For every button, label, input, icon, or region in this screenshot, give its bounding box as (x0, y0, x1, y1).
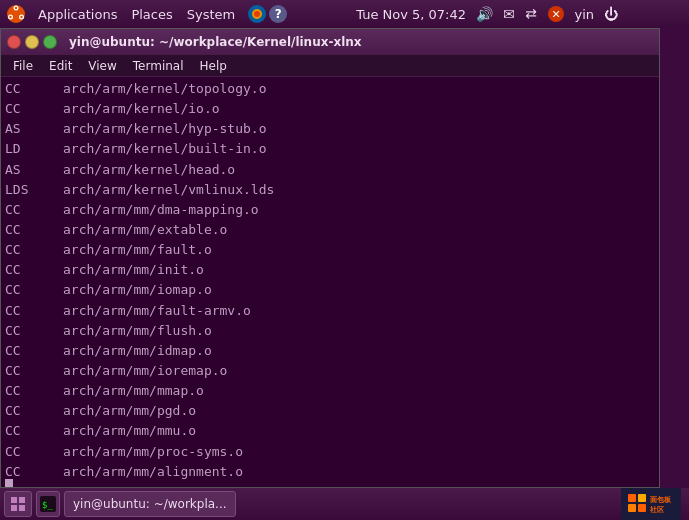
table-row: LDarch/arm/kernel/built-in.o (5, 139, 655, 159)
table-row: ASarch/arm/kernel/hyp-stub.o (5, 119, 655, 139)
term-cmd: CC (5, 341, 55, 361)
terminal-menu-view[interactable]: View (82, 58, 122, 74)
term-cmd: AS (5, 119, 55, 139)
term-cmd: CC (5, 260, 55, 280)
term-cmd: LDS (5, 180, 55, 200)
ubuntu-logo-icon[interactable] (6, 4, 26, 24)
term-cmd: CC (5, 280, 55, 300)
table-row: ASarch/arm/kernel/head.o (5, 160, 655, 180)
svg-point-5 (20, 16, 22, 18)
terminal-menu-terminal[interactable]: Terminal (127, 58, 190, 74)
table-row: CCarch/arm/kernel/topology.o (5, 79, 655, 99)
terminal-menubar: File Edit View Terminal Help (1, 55, 659, 77)
terminal-content[interactable]: CCarch/arm/kernel/topology.oCCarch/arm/k… (1, 77, 659, 487)
email-icon[interactable]: ✉ (503, 6, 515, 22)
window-maximize-button[interactable] (43, 35, 57, 49)
speaker-icon[interactable]: 🔊 (476, 6, 493, 22)
network-icon[interactable]: ⇅ (523, 8, 539, 20)
svg-rect-20 (628, 504, 636, 512)
status-icon[interactable]: ✕ (547, 5, 565, 23)
system-topbar: Applications Places System ? Tue Nov 5, … (0, 0, 689, 28)
table-row: CCarch/arm/mm/fault-armv.o (5, 301, 655, 321)
terminal-title: yin@ubuntu: ~/workplace/Kernel/linux-xln… (69, 35, 362, 49)
svg-point-9 (254, 11, 260, 17)
term-cmd: CC (5, 200, 55, 220)
table-row: CCarch/arm/mm/idmap.o (5, 341, 655, 361)
power-icon[interactable]: ⏻ (604, 6, 618, 22)
table-row: CCarch/arm/mm/dma-mapping.o (5, 200, 655, 220)
svg-rect-22 (638, 504, 646, 512)
term-path: arch/arm/kernel/built-in.o (63, 139, 267, 159)
top-bar-left: Applications Places System ? (6, 4, 287, 24)
term-path: arch/arm/kernel/head.o (63, 160, 235, 180)
table-row: CCarch/arm/mm/proc-syms.o (5, 442, 655, 462)
term-cmd: LD (5, 139, 55, 159)
taskbar-terminal-item[interactable]: yin@ubuntu: ~/workpla... (64, 491, 236, 517)
table-row: CCarch/arm/mm/mmap.o (5, 381, 655, 401)
terminal-titlebar: yin@ubuntu: ~/workplace/Kernel/linux-xln… (1, 29, 659, 55)
term-cmd: CC (5, 401, 55, 421)
term-cmd: CC (5, 301, 55, 321)
taskbar-apps-button[interactable] (4, 491, 32, 517)
table-row: CCarch/arm/kernel/io.o (5, 99, 655, 119)
table-row: CCarch/arm/mm/ioremap.o (5, 361, 655, 381)
svg-text:$_: $_ (42, 500, 53, 510)
term-path: arch/arm/mm/mmu.o (63, 421, 196, 441)
window-close-button[interactable] (7, 35, 21, 49)
terminal-menu-help[interactable]: Help (194, 58, 233, 74)
system-menu[interactable]: System (181, 5, 241, 24)
term-cmd: CC (5, 321, 55, 341)
firefox-icon[interactable] (247, 4, 267, 24)
term-cmd: CC (5, 220, 55, 240)
places-menu[interactable]: Places (125, 5, 178, 24)
term-cmd: CC (5, 361, 55, 381)
term-cmd: AS (5, 160, 55, 180)
table-row: LDSarch/arm/kernel/vmlinux.lds (5, 180, 655, 200)
top-bar-center: Tue Nov 5, 07:42 🔊 ✉ ⇅ ✕ yin ⏻ (291, 5, 683, 23)
table-row: CCarch/arm/mm/flush.o (5, 321, 655, 341)
table-row: CCarch/arm/mm/mmu.o (5, 421, 655, 441)
terminal-window: yin@ubuntu: ~/workplace/Kernel/linux-xln… (0, 28, 660, 488)
term-path: arch/arm/mm/dma-mapping.o (63, 200, 259, 220)
terminal-menu-edit[interactable]: Edit (43, 58, 78, 74)
term-path: arch/arm/mm/init.o (63, 260, 204, 280)
svg-rect-14 (11, 505, 17, 511)
term-cmd: CC (5, 79, 55, 99)
term-path: arch/arm/mm/proc-syms.o (63, 442, 243, 462)
taskbar-right: 面包板 社区 (621, 488, 685, 520)
table-row: CCarch/arm/mm/extable.o (5, 220, 655, 240)
term-path: arch/arm/mm/extable.o (63, 220, 227, 240)
svg-text:✕: ✕ (551, 8, 560, 21)
term-cmd: CC (5, 442, 55, 462)
svg-rect-15 (19, 505, 25, 511)
svg-point-6 (9, 16, 11, 18)
term-path: arch/arm/kernel/vmlinux.lds (63, 180, 274, 200)
term-path: arch/arm/mm/alignment.o (63, 462, 243, 482)
term-path: arch/arm/mm/fault.o (63, 240, 212, 260)
svg-point-4 (15, 7, 17, 9)
terminal-menu-file[interactable]: File (7, 58, 39, 74)
window-minimize-button[interactable] (25, 35, 39, 49)
watermark-logo: 面包板 社区 (621, 488, 681, 520)
svg-rect-21 (638, 494, 646, 502)
svg-rect-13 (19, 497, 25, 503)
help-button[interactable]: ? (269, 5, 287, 23)
table-row: CCarch/arm/mm/alignment.o (5, 462, 655, 482)
svg-text:社区: 社区 (649, 505, 664, 513)
table-row: CCarch/arm/mm/iomap.o (5, 280, 655, 300)
taskbar-terminal-label: yin@ubuntu: ~/workpla... (73, 497, 227, 511)
table-row: CCarch/arm/mm/fault.o (5, 240, 655, 260)
term-path: arch/arm/kernel/io.o (63, 99, 220, 119)
terminal-cursor (5, 479, 13, 487)
applications-menu[interactable]: Applications (32, 5, 123, 24)
term-cmd: CC (5, 240, 55, 260)
term-path: arch/arm/mm/flush.o (63, 321, 212, 341)
taskbar-terminal-icon[interactable]: $_ (36, 491, 60, 517)
username-display: yin (575, 7, 595, 22)
datetime-display: Tue Nov 5, 07:42 (356, 7, 466, 22)
term-cmd: CC (5, 381, 55, 401)
term-path: arch/arm/mm/idmap.o (63, 341, 212, 361)
table-row: CCarch/arm/mm/init.o (5, 260, 655, 280)
taskbar: $_ yin@ubuntu: ~/workpla... 面包板 社区 (0, 488, 689, 520)
table-row: CCarch/arm/mm/pgd.o (5, 401, 655, 421)
